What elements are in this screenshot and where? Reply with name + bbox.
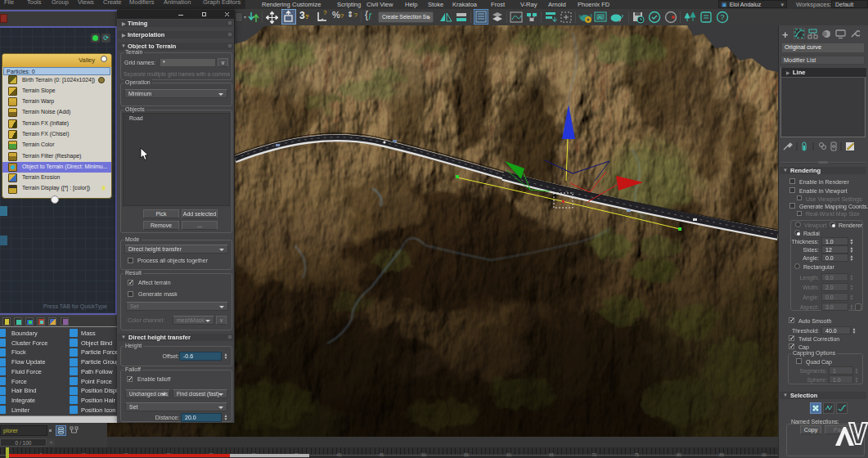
svg-text:?: ? (721, 13, 725, 21)
